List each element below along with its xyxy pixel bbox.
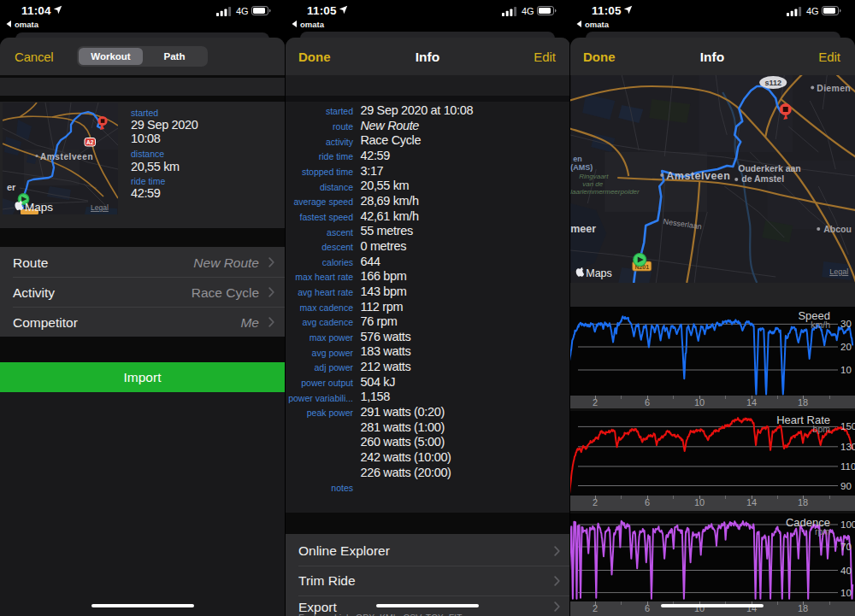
svg-text:Legal: Legal xyxy=(91,203,109,212)
svg-text:Legal: Legal xyxy=(829,267,848,276)
svg-text:laarlemmermeerpolder: laarlemmermeerpolder xyxy=(570,188,640,196)
svg-text:Maps: Maps xyxy=(586,267,612,279)
svg-text:de Amstel: de Amstel xyxy=(741,173,784,184)
svg-text:en: en xyxy=(573,155,582,163)
svg-text:meer: meer xyxy=(570,223,596,235)
svg-text:Ouderkerk aan: Ouderkerk aan xyxy=(738,163,801,173)
svg-text:A2: A2 xyxy=(86,138,94,144)
svg-text:Diemen: Diemen xyxy=(817,83,851,93)
svg-text:van de: van de xyxy=(582,180,604,188)
svg-text:Amstelveen: Amstelveen xyxy=(40,151,93,161)
svg-text:er: er xyxy=(7,182,16,192)
svg-text:Maps: Maps xyxy=(25,200,53,213)
svg-text:Ringvaart: Ringvaart xyxy=(579,173,609,180)
svg-text:Amstelveen: Amstelveen xyxy=(666,170,730,182)
svg-text:s112: s112 xyxy=(764,79,781,87)
svg-text:(AMS): (AMS) xyxy=(570,163,593,172)
svg-text:Abcou: Abcou xyxy=(823,224,852,234)
